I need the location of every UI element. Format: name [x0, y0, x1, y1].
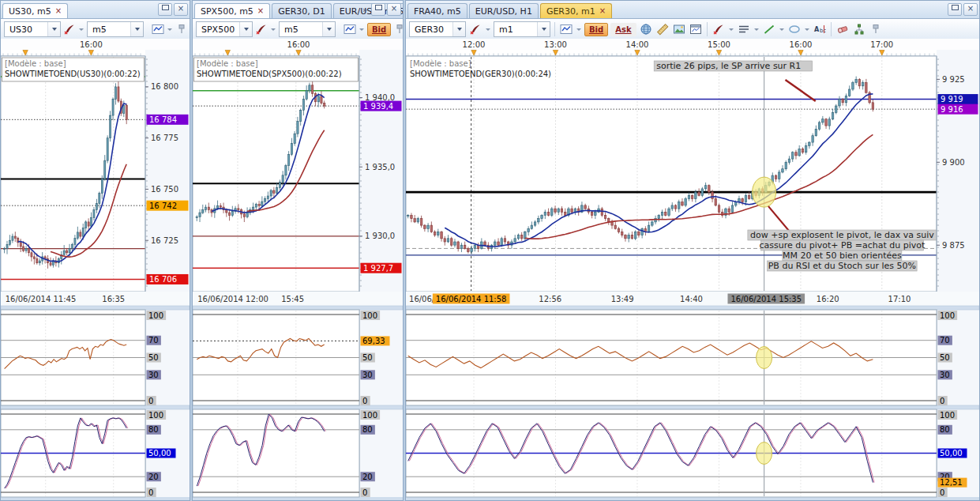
- dropdown-arrow-icon[interactable]: [754, 28, 759, 31]
- dropdown-arrow-icon[interactable]: [271, 28, 276, 31]
- bid-button[interactable]: Bid: [584, 23, 608, 36]
- svg-text:1 939,4: 1 939,4: [363, 102, 393, 111]
- chevron-down-icon[interactable]: [452, 22, 465, 36]
- dropdown-arrow-icon[interactable]: [729, 28, 734, 31]
- chart-style-icon[interactable]: [344, 22, 356, 36]
- restore-window-button[interactable]: [158, 3, 172, 16]
- svg-text:0: 0: [940, 397, 944, 405]
- svg-text:16/06/2014 15:35: 16/06/2014 15:35: [730, 295, 802, 303]
- svg-text:50,00: 50,00: [940, 449, 963, 458]
- svg-text:50: 50: [940, 353, 950, 362]
- chevron-down-icon[interactable]: [322, 22, 335, 36]
- svg-text:[Modèle : base]: [Modèle : base]: [410, 59, 471, 68]
- dropdown-arrow-icon[interactable]: [779, 28, 784, 31]
- horizontal-lines-icon[interactable]: [737, 22, 751, 36]
- chevron-down-icon[interactable]: [47, 22, 60, 36]
- svg-text:16:00: 16:00: [287, 40, 310, 49]
- tab-us30-m5[interactable]: US30, m5×: [2, 3, 68, 18]
- quill-icon[interactable]: [63, 22, 76, 36]
- dropdown-arrow-icon[interactable]: [79, 28, 84, 31]
- svg-text:14:40: 14:40: [680, 295, 703, 303]
- symbol-select[interactable]: SPX500: [196, 21, 253, 37]
- svg-text:50,00: 50,00: [148, 449, 171, 458]
- svg-text:80: 80: [362, 425, 373, 434]
- tab-overflow-button[interactable]: »: [360, 6, 370, 14]
- pin-icon[interactable]: [175, 22, 188, 36]
- restore-window-button[interactable]: [948, 3, 962, 16]
- svg-text:16 725: 16 725: [151, 236, 178, 245]
- dropdown-arrow-icon[interactable]: [359, 28, 364, 31]
- quill-icon[interactable]: [468, 22, 482, 36]
- ellipse-tool-icon[interactable]: [787, 22, 802, 36]
- svg-text:50: 50: [148, 353, 159, 362]
- chevron-down-icon[interactable]: [130, 22, 143, 36]
- svg-text:16 706: 16 706: [149, 275, 177, 284]
- pin-icon[interactable]: [869, 22, 883, 36]
- svg-text:SHOWTIMETOEND(SPX500)(0:00:22): SHOWTIMETOEND(SPX500)(0:00:22): [197, 70, 342, 78]
- tab-spx500-m5[interactable]: SPX500, m5×: [194, 3, 270, 18]
- text-tool-icon[interactable]: Abc: [813, 22, 827, 36]
- tab-label: GER30, m1: [546, 5, 595, 18]
- pin-icon[interactable]: [393, 22, 404, 36]
- bid-button[interactable]: Bid: [367, 23, 391, 36]
- tab-ger30-d1[interactable]: GER30, D1: [272, 3, 332, 18]
- trendline-icon[interactable]: [762, 22, 776, 36]
- svg-text:16 800: 16 800: [151, 82, 178, 91]
- dropdown-arrow-icon[interactable]: [486, 28, 490, 31]
- svg-text:16 784: 16 784: [149, 115, 177, 124]
- tab-close-icon[interactable]: ×: [55, 7, 62, 15]
- snapshot-icon[interactable]: [672, 22, 686, 36]
- svg-text:16:20: 16:20: [817, 295, 839, 303]
- svg-text:100: 100: [362, 411, 377, 420]
- tab-eur-usd-h1[interactable]: EUR/USD, H1: [469, 3, 539, 18]
- timeframe-select[interactable]: m5: [87, 21, 144, 37]
- eraser-icon[interactable]: [835, 22, 850, 36]
- symbol-select[interactable]: GER30: [409, 21, 466, 37]
- svg-text:30: 30: [148, 371, 159, 379]
- svg-text:100: 100: [940, 311, 955, 320]
- chart-style-icon[interactable]: [559, 22, 573, 36]
- globe-icon[interactable]: [639, 22, 653, 36]
- tab-fra40-m5[interactable]: FRA40, m5: [407, 3, 467, 18]
- svg-text:16 775: 16 775: [151, 134, 178, 142]
- draw-quill-icon[interactable]: [712, 22, 726, 36]
- tab-close-icon[interactable]: ×: [257, 7, 264, 15]
- chart-style-icon[interactable]: [152, 22, 164, 36]
- timeframe-select[interactable]: m5: [279, 21, 336, 37]
- dropdown-arrow-icon[interactable]: [576, 28, 581, 31]
- ask-button[interactable]: Ask: [610, 23, 636, 36]
- svg-text:9 919: 9 919: [941, 95, 963, 104]
- close-window-button[interactable]: ×: [174, 3, 188, 16]
- restore-window-button[interactable]: [371, 3, 385, 16]
- quill-icon[interactable]: [255, 22, 268, 36]
- chart-window-icon[interactable]: [689, 22, 703, 36]
- svg-text:cassure du pivot+ PB =achat du: cassure du pivot+ PB =achat du pivot: [759, 240, 925, 250]
- dropdown-arrow-icon[interactable]: [805, 28, 809, 31]
- close-window-button[interactable]: ×: [387, 3, 401, 16]
- tab-ger30-m1[interactable]: GER30, m1×: [540, 3, 612, 18]
- chevron-down-icon[interactable]: [239, 22, 252, 36]
- tab-close-icon[interactable]: ×: [599, 7, 606, 15]
- svg-text:0: 0: [362, 488, 367, 497]
- tab-label: GER30, D1: [278, 5, 325, 18]
- svg-text:0: 0: [148, 397, 153, 405]
- svg-text:16 742: 16 742: [149, 202, 177, 210]
- svg-text:100: 100: [148, 311, 163, 320]
- ger30-chart-canvas[interactable]: 12:0013:0014:0015:0016:0017:00[Modèle : …: [406, 39, 979, 501]
- svg-text:80: 80: [940, 425, 950, 434]
- us30-chart-canvas[interactable]: 16:00[Modèle : base]SHOWTIMETOEND(US30)(…: [1, 39, 190, 501]
- svg-text:PB du RSI et du Stoch sur les: PB du RSI et du Stoch sur les 50%: [768, 261, 916, 271]
- symbol-select[interactable]: US30: [4, 21, 61, 37]
- timeframe-select[interactable]: m1: [494, 21, 550, 37]
- chevron-down-icon[interactable]: [537, 22, 550, 36]
- object-group-icon[interactable]: [852, 22, 866, 36]
- svg-text:100: 100: [148, 411, 163, 420]
- svg-text:14:00: 14:00: [626, 40, 649, 49]
- spx500-chart-canvas[interactable]: 16:00[Modèle : base]SHOWTIMETOEND(SPX500…: [193, 39, 403, 501]
- svg-text:16 750: 16 750: [151, 185, 178, 194]
- panel-spx500: SPX500, m5×GER30, D1EUR/USD, m15 » × SPX…: [192, 0, 404, 501]
- svg-text:1 935,0: 1 935,0: [365, 163, 395, 171]
- dropdown-arrow-icon[interactable]: [167, 28, 172, 31]
- ruler-icon[interactable]: [655, 22, 670, 36]
- close-window-button[interactable]: ×: [963, 3, 978, 16]
